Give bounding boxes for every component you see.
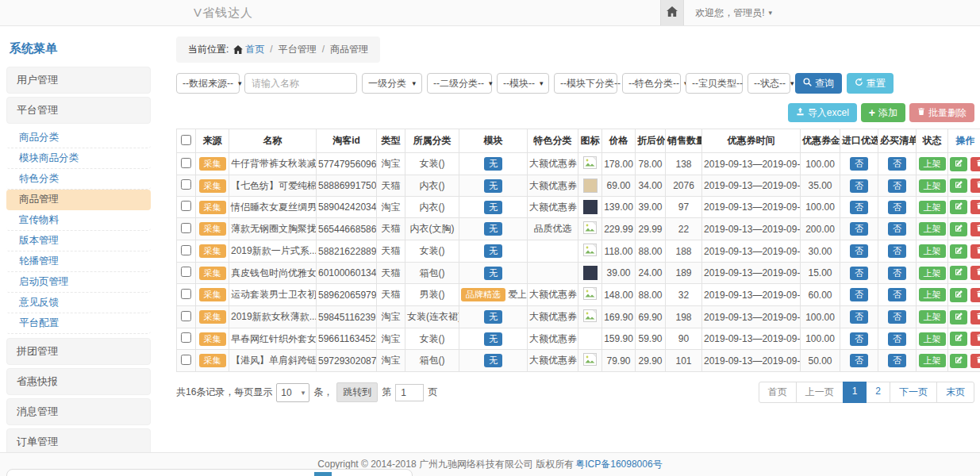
module-none-badge[interactable]: 无 [484,332,502,346]
delete-button[interactable] [970,157,980,171]
edit-button[interactable] [950,222,967,236]
row-checkbox[interactable] [181,179,191,190]
reset-button[interactable]: 重置 [847,73,894,94]
filter-select-4[interactable]: --特色分类--▾ [622,73,681,94]
row-checkbox[interactable] [181,267,191,277]
must-buy-toggle-badge[interactable]: 否 [888,332,906,346]
user-menu[interactable]: 欢迎您，管理员! ▾ [684,6,780,20]
edit-button[interactable] [950,354,967,368]
edit-button[interactable] [950,157,967,171]
select-all-checkbox[interactable] [181,135,191,145]
filter-select-data-source[interactable]: --数据来源--▾ [176,73,240,94]
search-button[interactable]: 查询 [795,73,842,94]
module-none-badge[interactable]: 无 [484,222,502,236]
sidebar-group[interactable]: 省惠快报 [6,368,151,395]
must-buy-toggle-badge[interactable]: 否 [888,310,906,324]
icp-link[interactable]: 粤ICP备16098006号 [575,458,662,471]
filter-select-5[interactable]: --宝贝类型--▾ [686,73,743,94]
jump-to-button[interactable]: 跳转到 [336,382,378,402]
must-buy-toggle-badge[interactable]: 否 [888,267,906,280]
jump-page-input[interactable] [395,384,424,401]
sidebar-item-goods-manage-active[interactable]: 商品管理 [6,190,151,210]
row-checkbox[interactable] [181,332,191,343]
delete-button[interactable] [970,178,980,193]
status-badge[interactable]: 上架 [919,310,946,324]
status-badge[interactable]: 上架 [919,222,946,236]
delete-button[interactable] [970,310,980,324]
module-none-badge[interactable]: 无 [484,310,502,324]
delete-button[interactable] [970,222,980,236]
delete-button[interactable] [970,266,980,280]
must-buy-toggle-badge[interactable]: 否 [888,288,906,301]
batch-delete-button[interactable]: 批量删除 [909,103,974,122]
module-none-badge[interactable]: 无 [484,201,502,214]
sidebar-item-submenu[interactable]: 版本管理 [6,231,151,251]
filter-select-6[interactable]: --状态--▾ [747,73,790,94]
status-badge[interactable]: 上架 [919,332,946,346]
status-badge[interactable]: 上架 [919,267,946,280]
edit-button[interactable] [950,178,967,193]
status-badge[interactable]: 上架 [919,157,946,171]
sidebar-group-platform[interactable]: 平台管理 [6,97,151,124]
sidebar-item-submenu[interactable]: 特色分类 [6,169,151,190]
status-badge[interactable]: 上架 [919,201,946,214]
filter-select-2[interactable]: --模块--▾ [497,73,549,94]
filter-select-3[interactable]: --模块下分类--▾ [554,73,617,94]
module-none-badge[interactable]: 无 [484,354,502,367]
import-toggle-badge[interactable]: 否 [850,179,868,193]
status-badge[interactable]: 上架 [919,244,946,258]
row-checkbox[interactable] [181,311,191,321]
page-button-2[interactable]: 1 [843,382,867,403]
breadcrumb-home-link[interactable]: 首页 [245,44,264,55]
delete-button[interactable] [970,332,980,346]
home-button[interactable] [660,0,684,25]
must-buy-toggle-badge[interactable]: 否 [888,244,906,258]
import-toggle-badge[interactable]: 否 [850,201,868,214]
edit-button[interactable] [950,266,967,280]
must-buy-toggle-badge[interactable]: 否 [888,157,906,171]
import-toggle-badge[interactable]: 否 [850,288,868,301]
page-button-5[interactable]: 末页 [936,382,974,403]
import-toggle-badge[interactable]: 否 [850,332,868,346]
import-excel-button[interactable]: 导入excel [788,103,857,122]
filter-select-1[interactable]: --二级分类--▾ [427,73,492,94]
row-checkbox[interactable] [181,158,191,168]
status-badge[interactable]: 上架 [919,179,946,193]
module-none-badge[interactable]: 无 [484,244,502,258]
sidebar-item-submenu[interactable]: 平台配置 [6,313,151,334]
delete-button[interactable] [970,354,980,368]
sidebar-item-submenu[interactable]: 轮播管理 [6,251,151,272]
module-none-badge[interactable]: 无 [484,179,502,193]
page-button-4[interactable]: 下一页 [890,382,937,403]
sidebar-item-submenu[interactable]: 模块商品分类 [6,148,151,169]
page-button-3[interactable]: 2 [866,382,890,403]
import-toggle-badge[interactable]: 否 [850,157,868,171]
must-buy-toggle-badge[interactable]: 否 [888,222,906,236]
name-search-input[interactable] [244,73,357,94]
edit-button[interactable] [950,310,967,324]
import-toggle-badge[interactable]: 否 [850,222,868,236]
row-checkbox[interactable] [181,223,191,233]
row-checkbox[interactable] [181,355,191,365]
sidebar-group[interactable]: 拼团管理 [6,338,151,365]
edit-button[interactable] [950,332,967,346]
must-buy-toggle-badge[interactable]: 否 [888,201,906,214]
module-none-badge[interactable]: 无 [484,267,502,280]
status-badge[interactable]: 上架 [919,288,946,301]
sidebar-item-submenu[interactable]: 启动页管理 [6,272,151,293]
page-button-1[interactable]: 上一页 [796,382,844,403]
edit-button[interactable] [950,288,967,302]
sidebar-item-submenu[interactable]: 商品分类 [6,128,151,148]
module-none-badge[interactable]: 无 [484,157,502,171]
status-badge[interactable]: 上架 [919,354,946,367]
page-button-0[interactable]: 首页 [759,382,797,403]
must-buy-toggle-badge[interactable]: 否 [888,179,906,193]
import-toggle-badge[interactable]: 否 [850,354,868,367]
page-size-select[interactable]: 10 ▾ [276,383,309,402]
import-toggle-badge[interactable]: 否 [850,267,868,280]
delete-button[interactable] [970,288,980,302]
row-checkbox[interactable] [181,289,191,299]
sidebar-group-user[interactable]: 用户管理 [6,67,151,94]
edit-button[interactable] [950,244,967,259]
filter-select-0[interactable]: 一级分类▾ [362,73,422,94]
